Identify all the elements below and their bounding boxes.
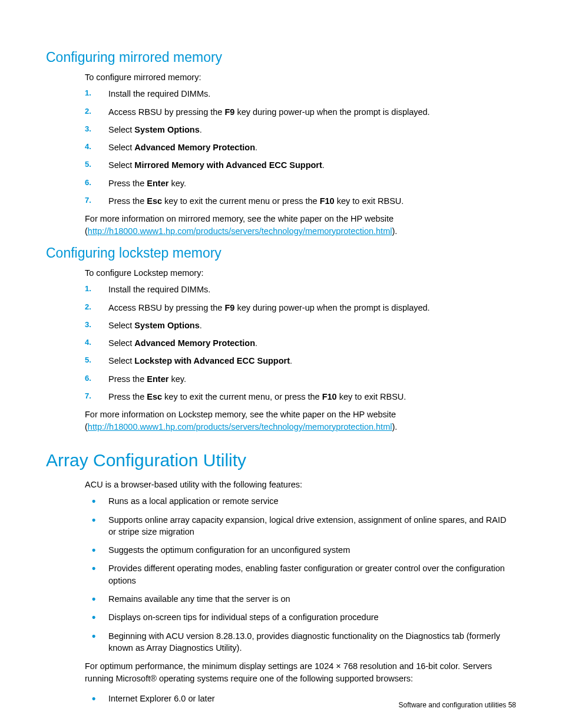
step-text: key to exit RBSU.: [335, 196, 404, 206]
step-item: Press the Enter key.: [85, 177, 516, 189]
list-item: Suggests the optimum configuration for a…: [85, 544, 516, 556]
list-item: Displays on-screen tips for individual s…: [85, 611, 516, 623]
step-text: .: [290, 356, 292, 365]
option-advanced-memory-protection: Advanced Memory Protection: [134, 143, 255, 152]
step-item: Select Mirrored Memory with Advanced ECC…: [85, 159, 516, 171]
list-item: Runs as a local application or remote se…: [85, 495, 516, 507]
option-system-options: System Options: [134, 125, 199, 134]
step-text: key during power-up when the prompt is d…: [234, 303, 429, 312]
step-text: key during power-up when the prompt is d…: [234, 107, 429, 117]
step-text: .: [255, 338, 257, 348]
list-item: Beginning with ACU version 8.28.13.0, pr…: [85, 630, 516, 654]
step-text: .: [255, 143, 257, 152]
bullet-text: Displays on-screen tips for individual s…: [108, 612, 379, 622]
step-item: Press the Esc key to exit the current me…: [85, 391, 516, 403]
option-advanced-memory-protection: Advanced Memory Protection: [134, 338, 255, 348]
key-f9: F9: [224, 303, 234, 312]
bullet-text: Runs as a local application or remote se…: [108, 496, 279, 506]
bullet-text: Remains available any time that the serv…: [108, 594, 290, 604]
step-text: Select: [108, 125, 134, 134]
heading-mirrored-memory: Configuring mirrored memory: [46, 50, 516, 65]
step-item: Press the Enter key.: [85, 373, 516, 385]
link-memoryprotection[interactable]: http://h18000.www1.hp.com/products/serve…: [88, 226, 392, 236]
step-item: Install the required DIMMs.: [85, 284, 516, 295]
step-text: Install the required DIMMs.: [108, 89, 210, 98]
step-item: Select System Options.: [85, 319, 516, 331]
page-footer: Software and configuration utilities 58: [399, 701, 516, 709]
key-f10: F10: [320, 196, 335, 206]
step-item: Access RBSU by pressing the F9 key durin…: [85, 106, 516, 118]
step-text: Select: [108, 356, 134, 365]
list-item: Supports online array capacity expansion…: [85, 514, 516, 538]
step-item: Select Advanced Memory Protection.: [85, 141, 516, 153]
option-lockstep-ecc: Lockstep with Advanced ECC Support: [134, 356, 290, 365]
step-text: Press the: [108, 196, 147, 206]
bullet-text: Suggests the optimum configuration for a…: [108, 545, 350, 555]
intro-acu: ACU is a browser-based utility with the …: [85, 479, 516, 490]
step-text: key to exit the current menu, or press t…: [162, 392, 322, 401]
key-esc: Esc: [147, 196, 162, 206]
key-f10: F10: [322, 392, 337, 401]
heading-lockstep-memory: Configuring lockstep memory: [46, 245, 516, 261]
bullet-text: Beginning with ACU version 8.28.13.0, pr…: [108, 631, 500, 653]
bullets-acu-features: Runs as a local application or remote se…: [85, 495, 516, 654]
step-text: .: [200, 125, 202, 134]
step-item: Select Lockstep with Advanced ECC Suppor…: [85, 355, 516, 367]
option-mirrored-ecc: Mirrored Memory with Advanced ECC Suppor…: [134, 160, 322, 170]
key-f9: F9: [224, 107, 234, 117]
step-text: key to exit the current menu or press th…: [162, 196, 320, 206]
key-esc: Esc: [147, 392, 162, 401]
steps-mirrored: Install the required DIMMs. Access RBSU …: [85, 88, 516, 207]
step-item: Select Advanced Memory Protection.: [85, 337, 516, 349]
step-text: Press the: [108, 374, 147, 384]
step-text: Access RBSU by pressing the: [108, 303, 224, 312]
step-text: Select: [108, 160, 134, 170]
step-item: Press the Esc key to exit the current me…: [85, 195, 516, 207]
intro-lockstep: To configure Lockstep memory:: [85, 267, 516, 279]
bullet-text: Supports online array capacity expansion…: [108, 515, 506, 536]
footnote-text: ).: [392, 226, 397, 236]
heading-array-configuration-utility: Array Configuration Utility: [46, 450, 516, 470]
step-text: .: [200, 321, 202, 330]
step-text: key to exit RBSU.: [337, 392, 406, 401]
step-text: Press the: [108, 179, 147, 188]
steps-lockstep: Install the required DIMMs. Access RBSU …: [85, 284, 516, 403]
step-text: Install the required DIMMs.: [108, 285, 210, 294]
option-system-options: System Options: [134, 321, 199, 330]
para-display-reqs: For optimum performance, the minimum dis…: [85, 660, 516, 684]
footnote-lockstep: For more information on Lockstep memory,…: [85, 409, 516, 433]
step-text: Select: [108, 143, 134, 152]
step-text: key.: [168, 374, 186, 384]
step-item: Select System Options.: [85, 124, 516, 136]
bullet-text: Internet Explorer 6.0 or later: [108, 694, 215, 703]
list-item: Provides different operating modes, enab…: [85, 562, 516, 587]
key-enter: Enter: [147, 374, 168, 384]
intro-mirrored: To configure mirrored memory:: [85, 71, 516, 83]
footnote-mirrored: For more information on mirrored memory,…: [85, 213, 516, 237]
key-enter: Enter: [147, 179, 168, 188]
list-item: Remains available any time that the serv…: [85, 593, 516, 605]
link-memoryprotection[interactable]: http://h18000.www1.hp.com/products/serve…: [88, 422, 392, 431]
step-text: .: [322, 160, 325, 170]
step-text: Press the: [108, 392, 147, 401]
step-item: Access RBSU by pressing the F9 key durin…: [85, 302, 516, 314]
step-text: key.: [168, 179, 186, 188]
step-text: Select: [108, 321, 134, 330]
bullet-text: Provides different operating modes, enab…: [108, 564, 505, 585]
footnote-text: ).: [392, 422, 397, 431]
step-item: Install the required DIMMs.: [85, 88, 516, 100]
document-page: Configuring mirrored memory To configure…: [0, 0, 562, 728]
step-text: Access RBSU by pressing the: [108, 107, 224, 117]
step-text: Select: [108, 338, 134, 348]
